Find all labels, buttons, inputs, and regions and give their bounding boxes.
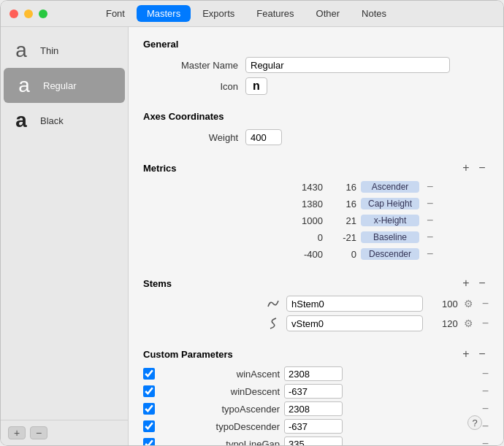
metric-tag: x-Height [361,215,419,226]
help-button[interactable]: ? [467,415,482,430]
params-rows: winAscent − winDescent − typoAscender − … [143,366,489,445]
stem-value: 120 [429,318,458,329]
metric-remove[interactable]: − [427,214,433,227]
param-checkbox[interactable] [143,385,155,397]
param-value-input[interactable] [284,384,343,399]
stem-remove[interactable]: − [482,317,489,330]
metrics-section: Metrics + − 1430 16 Ascender − 1380 [143,161,489,261]
stem-name-input[interactable] [286,315,423,331]
metrics-row: 1000 21 x-Height − [143,214,489,227]
param-checkbox[interactable] [143,438,155,445]
minimize-button[interactable] [24,9,33,18]
weight-row: Weight [143,129,489,145]
metric-val2: 0 [327,249,356,260]
param-value-input[interactable] [284,437,343,445]
stem-value: 100 [429,299,458,309]
sidebar-label-thin: Thin [40,45,58,56]
sidebar-item-regular[interactable]: a Regular [4,68,125,103]
tab-features[interactable]: Features [246,5,304,22]
params-remove-button[interactable]: − [476,347,489,361]
metric-remove[interactable]: − [427,180,433,193]
param-remove[interactable]: − [482,385,489,398]
param-remove[interactable]: − [482,420,489,433]
stem-gear-button[interactable]: ⚙ [464,298,473,309]
tab-other[interactable]: Other [306,5,351,22]
metric-val2: 21 [327,215,356,226]
param-name: typoAscender [159,404,280,415]
sidebar-icon-regular: a [12,74,36,97]
param-remove[interactable]: − [482,437,489,445]
param-name: typoLineGap [159,439,280,446]
stem-gear-button[interactable]: ⚙ [464,318,473,329]
params-add-button[interactable]: + [459,347,473,361]
content-wrapper: General Master Name Icon n Axes Coordina… [143,39,489,445]
weight-input[interactable] [245,129,282,145]
param-value-input[interactable] [284,401,343,416]
general-section: General Master Name Icon n [143,39,489,95]
weight-label: Weight [143,132,238,143]
sidebar-label-regular: Regular [43,80,77,91]
stems-title: Stems [143,278,172,289]
metrics-row: -400 0 Descender − [143,247,489,261]
metric-val1: 1000 [286,215,323,226]
general-title: General [143,39,489,50]
metric-val1: 1380 [286,199,323,209]
tab-masters[interactable]: Masters [137,5,191,22]
metrics-remove-button[interactable]: − [476,161,489,174]
custom-params-title: Custom Parameters [143,349,233,360]
add-master-button[interactable]: + [8,426,26,439]
metric-val2: -21 [327,232,356,243]
custom-params-section: Custom Parameters + − winAscent − winDes… [143,347,489,445]
params-row: winAscent − [143,366,489,381]
close-button[interactable] [9,9,18,18]
stem-remove[interactable]: − [482,297,489,310]
param-checkbox[interactable] [143,368,155,380]
metrics-title: Metrics [143,163,177,174]
tab-font[interactable]: Font [96,5,135,22]
metric-val2: 16 [327,182,356,193]
master-name-label: Master Name [143,60,238,71]
master-name-input[interactable] [245,57,450,73]
stems-rows: 100 ⚙ − 120 ⚙ − [143,296,489,331]
metrics-add-button[interactable]: + [459,161,473,174]
maximize-button[interactable] [39,9,47,18]
stems-row: 100 ⚙ − [143,296,489,312]
metrics-row: 1430 16 Ascender − [143,180,489,193]
stem-name-input[interactable] [286,296,423,312]
param-value-input[interactable] [284,366,343,381]
sidebar: a Thin a Regular a Black + − [1,27,129,445]
remove-master-button[interactable]: − [30,426,47,439]
metrics-header: Metrics + − [143,161,489,174]
param-value-input[interactable] [284,419,343,434]
app-window: Font Masters Exports Features Other Note… [0,0,504,446]
params-row: typoDescender − [143,419,489,434]
params-row: typoAscender − [143,401,489,416]
metric-remove[interactable]: − [427,247,433,261]
metrics-row: 0 -21 Baseline − [143,231,489,244]
param-remove[interactable]: − [482,402,489,415]
custom-params-controls: + − [459,347,489,361]
sidebar-label-black: Black [40,115,64,126]
metric-tag: Cap Height [361,198,419,209]
axes-section: Axes Coordinates Weight [143,111,489,145]
sidebar-item-thin[interactable]: a Thin [1,33,128,68]
tab-notes[interactable]: Notes [351,5,397,22]
sidebar-icon-thin: a [9,39,33,62]
metrics-row: 1380 16 Cap Height − [143,197,489,210]
icon-preview: n [245,77,267,95]
param-name: winDescent [159,386,280,397]
titlebar: Font Masters Exports Features Other Note… [1,1,503,27]
stems-remove-button[interactable]: − [476,277,489,290]
param-remove[interactable]: − [482,367,489,380]
param-checkbox[interactable] [143,420,155,432]
stems-add-button[interactable]: + [459,277,473,290]
param-checkbox[interactable] [143,403,155,415]
main-layout: a Thin a Regular a Black + − [1,27,503,445]
metrics-controls: + − [459,161,489,174]
metric-tag: Descender [361,248,419,260]
sidebar-item-black[interactable]: a Black [1,103,128,138]
tab-exports[interactable]: Exports [192,5,245,22]
metric-remove[interactable]: − [427,197,433,210]
stems-controls: + − [459,277,489,290]
metric-remove[interactable]: − [427,231,433,244]
